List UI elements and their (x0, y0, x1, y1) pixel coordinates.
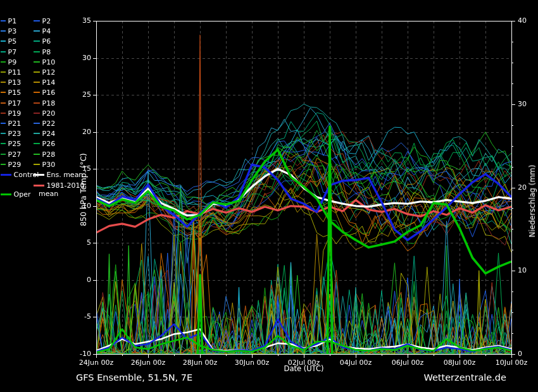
legend-item-P30: P30 (34, 161, 55, 169)
legend-item-oper: Oper (1, 190, 30, 199)
legend-label: P14 (40, 78, 55, 87)
legend-label: P11 (6, 68, 21, 77)
legend-label: P10 (40, 58, 55, 66)
legend-item-P3: P3 (1, 27, 16, 36)
legend-item-P17: P17 (1, 99, 21, 108)
legend-swatch (34, 154, 40, 155)
legend-item-P5: P5 (1, 37, 16, 46)
legend-swatch (1, 71, 6, 73)
legend-item-ens-mean: Ens. mean (34, 171, 83, 180)
legend-label: P28 (40, 150, 55, 159)
legend-item-P23: P23 (1, 130, 21, 138)
legend-item-P19: P19 (1, 109, 21, 118)
legend-swatch (34, 133, 40, 134)
legend-swatch (34, 92, 40, 93)
legend-swatch (1, 82, 6, 83)
legend-swatch (1, 123, 6, 124)
legend-item-P13: P13 (1, 78, 21, 87)
legend-swatch (34, 82, 40, 83)
legend-swatch (1, 20, 6, 21)
legend-swatch (1, 61, 6, 63)
legend-swatch (1, 164, 6, 165)
legend-swatch (34, 123, 40, 124)
legend-swatch (34, 164, 40, 165)
legend-item-P27: P27 (1, 150, 21, 159)
legend-item-P6: P6 (34, 37, 51, 46)
legend-item-P21: P21 (1, 119, 21, 128)
meteogram-page: Düsseldorf 40468 (DE) 850 hPa Temp. & Ni… (0, 0, 538, 392)
legend-item-P25: P25 (1, 140, 21, 149)
legend-item-P16: P16 (34, 89, 55, 97)
legend-swatch (34, 51, 40, 52)
legend-swatch (34, 71, 40, 73)
legend-item-P22: P22 (34, 119, 55, 128)
legend-item-P9: P9 (1, 58, 16, 67)
legend-label: P21 (6, 119, 21, 128)
legend-item-P1: P1 (1, 17, 16, 26)
legend-swatch (1, 113, 6, 114)
legend-swatch (34, 185, 44, 187)
legend-swatch (1, 193, 11, 195)
legend-label: P5 (6, 37, 16, 46)
legend-swatch (34, 113, 40, 114)
legend-label: P4 (40, 27, 51, 35)
legend-swatch (34, 102, 40, 104)
legend-item-P8: P8 (34, 48, 51, 57)
legend-label: P16 (40, 89, 55, 97)
legend-label: P13 (6, 78, 21, 87)
legend-item-P11: P11 (1, 68, 21, 77)
legend-item-P15: P15 (1, 89, 21, 97)
legend-swatch (1, 92, 6, 93)
legend-swatch (1, 40, 6, 42)
legend-label: Ens. mean (44, 171, 83, 179)
legend-item-P28: P28 (34, 150, 55, 159)
legend-item-P14: P14 (34, 78, 55, 87)
x-axis-label: Date (UTC) (96, 364, 511, 373)
legend-swatch (34, 143, 40, 144)
legend-label: P20 (40, 109, 55, 118)
legend-label: P1 (6, 17, 16, 25)
legend-label: P6 (40, 37, 51, 46)
legend-label: P17 (6, 99, 21, 107)
legend-label: P26 (40, 140, 55, 148)
y-axis-label-temp: 850 hPa Temp. (°C) (79, 153, 88, 226)
legend-swatch (34, 40, 40, 42)
legend-label: P7 (6, 48, 16, 56)
legend-item-P2: P2 (34, 17, 51, 26)
legend-label: P8 (40, 48, 51, 56)
legend-label: P15 (6, 89, 21, 97)
legend-label: P27 (6, 150, 21, 159)
legend-swatch (34, 61, 40, 63)
legend-label: P24 (40, 130, 55, 138)
legend-item-P24: P24 (34, 130, 55, 138)
legend-swatch (34, 174, 44, 176)
legend-swatch (1, 133, 6, 134)
legend-label: P2 (40, 17, 51, 25)
brand-text: Wetterzentrale.de (423, 372, 506, 383)
legend-swatch (1, 102, 6, 104)
legend-item-clim-mean: 1981-2010mean (34, 181, 84, 190)
legend-swatch (1, 143, 6, 144)
legend-item-P18: P18 (34, 99, 55, 108)
legend-label: Oper (11, 190, 30, 199)
model-info-text: GFS Ensemble, 51.5N, 7E (76, 372, 192, 383)
legend-item-P7: P7 (1, 48, 16, 57)
legend-label-line2: mean (39, 190, 84, 198)
legend-label: P9 (6, 58, 16, 66)
legend-label: P30 (40, 161, 55, 169)
legend-item-P10: P10 (34, 58, 55, 67)
legend-swatch (1, 174, 11, 176)
legend-item-P20: P20 (34, 109, 55, 118)
y-axis-label-precip: Niederschlag (mm) (528, 165, 537, 238)
legend-label: P18 (40, 99, 55, 107)
legend-swatch (1, 30, 6, 32)
legend-label: P12 (40, 68, 55, 77)
legend-swatch (34, 30, 40, 32)
legend-swatch (1, 51, 6, 52)
legend-label: P3 (6, 27, 16, 35)
legend-label: P29 (6, 161, 21, 169)
legend-item-P4: P4 (34, 27, 51, 36)
legend-swatch (34, 20, 40, 21)
legend-label: 1981-2010 (44, 181, 84, 190)
legend-item-P12: P12 (34, 68, 55, 77)
